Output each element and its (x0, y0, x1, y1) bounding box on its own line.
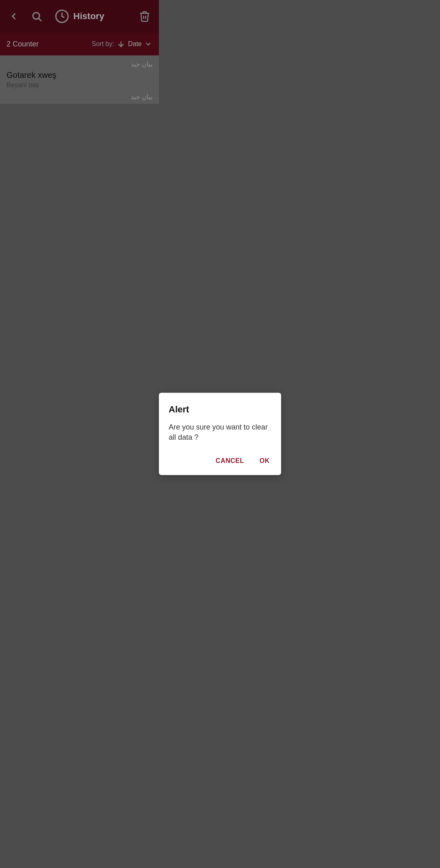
dialog-overlay (0, 0, 159, 314)
